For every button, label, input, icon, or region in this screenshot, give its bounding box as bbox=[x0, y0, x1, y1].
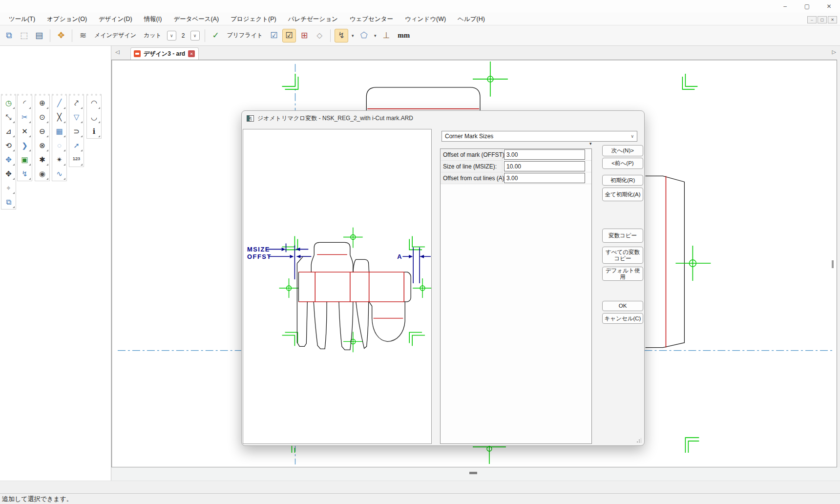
dieline-preview-drawing: MSIZE OFFST A bbox=[243, 129, 431, 443]
line-type-caret[interactable]: ▾ bbox=[350, 29, 356, 42]
print-preview-icon[interactable]: ⬚ bbox=[17, 29, 31, 42]
output-reports-icon[interactable]: ⧉ bbox=[2, 29, 16, 42]
reset-all-button[interactable]: 全て初期化(A) bbox=[602, 188, 643, 201]
tool-corner-arc[interactable]: ◜ bbox=[18, 96, 32, 110]
layers-icon[interactable]: ≋ bbox=[76, 29, 90, 42]
tool-cross-lines[interactable]: ╳ bbox=[52, 110, 66, 124]
tool-chevron-select[interactable]: ❯ bbox=[18, 138, 32, 152]
tool-cone[interactable]: ▽ bbox=[69, 110, 84, 124]
toolbar-divider bbox=[330, 29, 331, 42]
user-checklist-icon[interactable]: ☑ bbox=[282, 29, 296, 42]
menu-window[interactable]: ウィンドウ(W) bbox=[399, 15, 452, 23]
tool-arc-three-point[interactable]: ◠ bbox=[87, 96, 101, 110]
tool-scissors-cut[interactable]: ✂ bbox=[18, 110, 32, 124]
layout-grid-icon[interactable]: ⊞ bbox=[297, 29, 311, 42]
tool-dimension-clock[interactable]: ◷ bbox=[1, 96, 16, 110]
shape-fill-icon[interactable]: ⬠ bbox=[357, 29, 371, 42]
tool-rect-select[interactable]: ▣ bbox=[18, 152, 32, 167]
tool-zoom-out[interactable]: ⊖ bbox=[35, 124, 49, 138]
offset-from-cut-lines-field: Offset from cut lines (A): 3.00 bbox=[441, 172, 591, 184]
report-browser-icon[interactable]: ▤ bbox=[32, 29, 46, 42]
tool-tangent-line[interactable]: ➚ bbox=[69, 138, 84, 152]
shape-fill-caret[interactable]: ▾ bbox=[372, 29, 378, 42]
tool-line[interactable]: ╱ bbox=[52, 96, 66, 110]
ard-document-icon bbox=[134, 50, 141, 57]
preview-dimensions: MSIZE OFFST A bbox=[247, 243, 431, 283]
horizontal-scroll-thumb[interactable] bbox=[469, 472, 477, 474]
palette-geometry: ╱╳▦◌✴∿ bbox=[52, 94, 67, 181]
menu-database[interactable]: データベース(A) bbox=[168, 15, 225, 23]
menu-palletization[interactable]: パレチゼーション bbox=[282, 15, 344, 23]
menu-help[interactable]: ヘルプ(H) bbox=[452, 15, 491, 23]
fit-view-icon[interactable]: ⬦ bbox=[313, 29, 326, 42]
vertical-scroll-thumb[interactable] bbox=[832, 260, 834, 268]
tab-design3[interactable]: デザイン3 - ard ✕ bbox=[130, 47, 199, 60]
tool-step-line[interactable]: ↯ bbox=[18, 167, 32, 181]
tool-circle-center[interactable]: ◌ bbox=[52, 138, 66, 152]
window-minimize-button[interactable]: – bbox=[774, 0, 796, 13]
toolbar-divider bbox=[205, 29, 205, 42]
tab-close-icon[interactable]: ✕ bbox=[188, 50, 195, 57]
units-icon[interactable]: ⊥ bbox=[379, 29, 393, 42]
tool-move-point[interactable]: ✥ bbox=[1, 152, 16, 167]
preflight-clipboard-icon[interactable]: ✓ bbox=[209, 29, 223, 42]
dialog-titlebar[interactable]: ジオメトリマクロ変数 - NSK_REG_2_with i-Cut mark.A… bbox=[242, 111, 644, 126]
menu-bar: ツール(T)オプション(O)デザイン(D)情報(I)データベース(A)プロジェク… bbox=[0, 13, 840, 25]
menu-webcenter[interactable]: ウェブセンター bbox=[344, 15, 399, 23]
ok-button[interactable]: OK bbox=[602, 301, 643, 311]
menu-design[interactable]: デザイン(D) bbox=[93, 15, 138, 23]
tool-arc[interactable]: ⊃ bbox=[69, 124, 84, 138]
dialog-close-button[interactable]: ✕ bbox=[242, 113, 257, 124]
cancel-button[interactable]: キャンセル(C) bbox=[602, 313, 643, 324]
mdi-minimize-button[interactable]: – bbox=[807, 16, 817, 23]
tool-ray-fan[interactable]: ✴ bbox=[52, 152, 66, 167]
tool-extend-line[interactable]: ⤤ bbox=[69, 96, 84, 110]
palette-zoom: ⊕⊙⊖⊗✱◉ bbox=[35, 94, 50, 181]
next-button[interactable]: 次へ(N)> bbox=[602, 145, 643, 156]
geometry-macro-dialog[interactable]: ジオメトリマクロ変数 - NSK_REG_2_with i-Cut mark.A… bbox=[241, 110, 645, 446]
copy-all-variables-button[interactable]: すべての変数コピー bbox=[602, 247, 643, 264]
line-type-icon[interactable]: ↯ bbox=[335, 29, 348, 42]
copy-variables-button[interactable]: 変数コピー bbox=[602, 229, 643, 243]
window-restore-button[interactable]: ▢ bbox=[796, 0, 818, 13]
tool-zoom-previous[interactable]: ⊗ bbox=[35, 138, 49, 152]
style-checklist-icon[interactable]: ☑ bbox=[267, 29, 281, 42]
tool-hatch[interactable]: ▦ bbox=[52, 124, 66, 138]
tool-move-design[interactable]: ⤡ bbox=[1, 110, 16, 124]
window-close-button[interactable]: ✕ bbox=[818, 0, 840, 13]
group-caret-icon[interactable]: ▾ bbox=[589, 141, 592, 146]
app-titlebar: –▢✕ bbox=[0, 0, 840, 13]
tab-scroll-right-icon[interactable]: ▷ bbox=[832, 49, 836, 55]
tool-curve[interactable]: ∿ bbox=[52, 167, 66, 181]
dialog-resize-grip[interactable] bbox=[636, 438, 641, 443]
reset-button[interactable]: 初期化(R) bbox=[602, 175, 643, 186]
tool-rotate-r[interactable]: ⟲ bbox=[1, 138, 16, 152]
dieline-preview: MSIZE OFFST A bbox=[243, 129, 432, 444]
tool-info[interactable]: ℹ bbox=[87, 124, 101, 138]
menu-information[interactable]: 情報(I) bbox=[138, 15, 168, 23]
tool-view-eye[interactable]: ◉ bbox=[35, 167, 49, 181]
tool-sequence-numbers[interactable]: ¹²³ bbox=[69, 152, 84, 167]
mdi-close-button[interactable]: ✕ bbox=[828, 16, 837, 23]
mdi-restore-button[interactable]: ▢ bbox=[818, 16, 827, 23]
tool-zoom-in[interactable]: ⊕ bbox=[35, 96, 49, 110]
use-default-button[interactable]: デフォルト使用 bbox=[602, 267, 643, 281]
menu-tools[interactable]: ツール(T) bbox=[3, 15, 41, 23]
palletization-arrows-icon[interactable]: ✥ bbox=[54, 29, 68, 42]
tool-arc-start-end[interactable]: ◡ bbox=[87, 110, 101, 124]
side-combo[interactable]: ∨ bbox=[167, 31, 176, 41]
layer-combo[interactable]: ∨ bbox=[190, 31, 200, 41]
tool-move-points[interactable]: ✥ bbox=[1, 167, 16, 181]
tool-sequence-layers[interactable]: ⧉ bbox=[1, 195, 16, 209]
horizontal-scroll-track[interactable] bbox=[111, 467, 840, 481]
menu-project[interactable]: プロジェクト(P) bbox=[225, 15, 282, 23]
tool-move-copy[interactable]: ⌖ bbox=[1, 181, 16, 195]
menu-options[interactable]: オプション(O) bbox=[41, 15, 93, 23]
tool-zoom-window[interactable]: ⊙ bbox=[35, 110, 49, 124]
tool-angle-gauge[interactable]: ⊿ bbox=[1, 124, 16, 138]
tool-pan-hand[interactable]: ✱ bbox=[35, 152, 49, 167]
tab-scroll-left-icon[interactable]: ◁ bbox=[115, 49, 119, 55]
palette-lines: ⤤▽⊃➚¹²³ bbox=[69, 94, 84, 167]
tool-delete[interactable]: ✕ bbox=[18, 124, 32, 138]
prev-button[interactable]: <前へ(P) bbox=[602, 158, 643, 169]
